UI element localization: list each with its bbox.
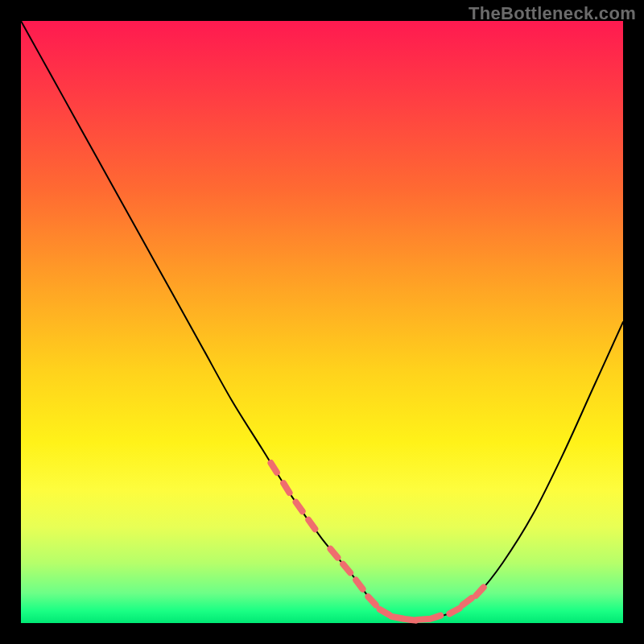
highlight-dash xyxy=(463,598,472,605)
highlight-dash xyxy=(296,502,303,511)
highlight-dash xyxy=(476,588,483,596)
chart-frame xyxy=(21,21,623,623)
highlight-dash xyxy=(380,609,390,615)
highlight-dash xyxy=(330,549,337,558)
highlight-dashes xyxy=(270,463,483,621)
highlight-dash xyxy=(270,463,276,473)
highlight-dash xyxy=(343,564,350,573)
bottleneck-curve-plot xyxy=(21,21,623,623)
highlight-dash xyxy=(308,520,315,529)
highlight-dash xyxy=(417,619,428,620)
highlight-dash xyxy=(368,597,375,605)
highlight-dash xyxy=(430,616,440,619)
bottleneck-curve xyxy=(21,21,623,620)
watermark-text: TheBottleneck.com xyxy=(469,3,636,24)
highlight-dash xyxy=(356,580,362,589)
highlight-dash xyxy=(283,483,289,493)
highlight-dash xyxy=(449,609,459,614)
highlight-dash xyxy=(392,617,403,619)
